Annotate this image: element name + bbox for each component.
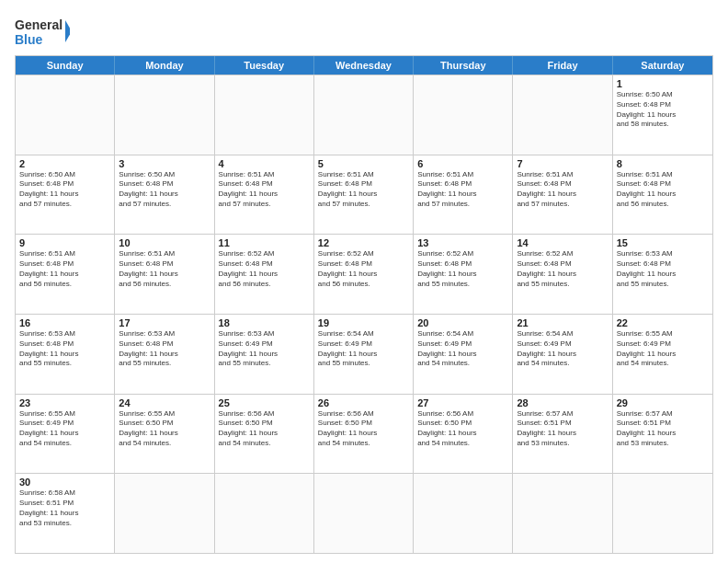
calendar-week-row: 9Sunrise: 6:51 AM Sunset: 6:48 PM Daylig… — [16, 234, 712, 314]
day-info: Sunrise: 6:54 AM Sunset: 6:49 PM Dayligh… — [417, 329, 508, 369]
day-number: 19 — [318, 317, 409, 328]
calendar-cell: 25Sunrise: 6:56 AM Sunset: 6:50 PM Dayli… — [215, 395, 314, 474]
calendar-cell: 6Sunrise: 6:51 AM Sunset: 6:48 PM Daylig… — [414, 155, 513, 235]
calendar-cell: 2Sunrise: 6:50 AM Sunset: 6:48 PM Daylig… — [16, 155, 115, 235]
day-info: Sunrise: 6:55 AM Sunset: 6:49 PM Dayligh… — [19, 409, 110, 449]
calendar-cell: 1Sunrise: 6:50 AM Sunset: 6:48 PM Daylig… — [613, 75, 712, 155]
day-info: Sunrise: 6:51 AM Sunset: 6:48 PM Dayligh… — [617, 170, 709, 210]
calendar-cell — [613, 474, 712, 553]
day-info: Sunrise: 6:57 AM Sunset: 6:51 PM Dayligh… — [517, 409, 608, 449]
day-number: 24 — [119, 397, 210, 408]
calendar-cell — [115, 75, 214, 155]
day-number: 18 — [219, 317, 310, 328]
logo-svg: General Blue — [15, 15, 70, 48]
svg-text:Blue: Blue — [15, 32, 43, 47]
day-info: Sunrise: 6:51 AM Sunset: 6:48 PM Dayligh… — [318, 170, 409, 210]
day-info: Sunrise: 6:51 AM Sunset: 6:48 PM Dayligh… — [517, 170, 608, 210]
calendar-cell: 24Sunrise: 6:55 AM Sunset: 6:50 PM Dayli… — [115, 395, 214, 474]
calendar-cell: 14Sunrise: 6:52 AM Sunset: 6:48 PM Dayli… — [513, 235, 612, 314]
day-info: Sunrise: 6:54 AM Sunset: 6:49 PM Dayligh… — [517, 329, 608, 369]
calendar-cell: 7Sunrise: 6:51 AM Sunset: 6:48 PM Daylig… — [513, 155, 612, 235]
calendar-body: 1Sunrise: 6:50 AM Sunset: 6:48 PM Daylig… — [16, 75, 712, 553]
logo: General Blue — [15, 15, 70, 48]
header: General Blue — [15, 15, 713, 48]
calendar-cell — [16, 75, 115, 155]
day-info: Sunrise: 6:53 AM Sunset: 6:48 PM Dayligh… — [617, 249, 709, 289]
day-number: 27 — [417, 397, 508, 408]
day-number: 8 — [617, 158, 709, 169]
day-info: Sunrise: 6:52 AM Sunset: 6:48 PM Dayligh… — [517, 249, 608, 289]
day-number: 10 — [119, 237, 210, 248]
calendar-cell: 8Sunrise: 6:51 AM Sunset: 6:48 PM Daylig… — [613, 155, 712, 235]
day-info: Sunrise: 6:53 AM Sunset: 6:49 PM Dayligh… — [219, 329, 310, 369]
weekday-header: Saturday — [613, 56, 712, 75]
day-number: 12 — [318, 237, 409, 248]
calendar-cell — [513, 474, 612, 553]
calendar-week-row: 2Sunrise: 6:50 AM Sunset: 6:48 PM Daylig… — [16, 155, 712, 235]
calendar-cell: 30Sunrise: 6:58 AM Sunset: 6:51 PM Dayli… — [16, 474, 115, 553]
day-number: 22 — [617, 317, 709, 328]
svg-marker-2 — [65, 20, 70, 42]
calendar-cell: 23Sunrise: 6:55 AM Sunset: 6:49 PM Dayli… — [16, 395, 115, 474]
calendar-cell: 27Sunrise: 6:56 AM Sunset: 6:50 PM Dayli… — [414, 395, 513, 474]
calendar-cell: 11Sunrise: 6:52 AM Sunset: 6:48 PM Dayli… — [215, 235, 314, 314]
calendar-cell: 5Sunrise: 6:51 AM Sunset: 6:48 PM Daylig… — [314, 155, 414, 235]
calendar-cell: 19Sunrise: 6:54 AM Sunset: 6:49 PM Dayli… — [314, 315, 414, 394]
day-info: Sunrise: 6:53 AM Sunset: 6:48 PM Dayligh… — [119, 329, 210, 369]
calendar-cell: 15Sunrise: 6:53 AM Sunset: 6:48 PM Dayli… — [613, 235, 712, 314]
day-info: Sunrise: 6:56 AM Sunset: 6:50 PM Dayligh… — [417, 409, 508, 449]
calendar-cell: 18Sunrise: 6:53 AM Sunset: 6:49 PM Dayli… — [215, 315, 314, 394]
calendar-cell: 22Sunrise: 6:55 AM Sunset: 6:49 PM Dayli… — [613, 315, 712, 394]
calendar-cell: 17Sunrise: 6:53 AM Sunset: 6:48 PM Dayli… — [115, 315, 214, 394]
day-number: 5 — [318, 158, 409, 169]
day-info: Sunrise: 6:54 AM Sunset: 6:49 PM Dayligh… — [318, 329, 409, 369]
calendar-cell: 4Sunrise: 6:51 AM Sunset: 6:48 PM Daylig… — [215, 155, 314, 235]
weekday-header: Wednesday — [314, 56, 414, 75]
calendar-cell: 10Sunrise: 6:51 AM Sunset: 6:48 PM Dayli… — [115, 235, 214, 314]
day-info: Sunrise: 6:52 AM Sunset: 6:48 PM Dayligh… — [318, 249, 409, 289]
weekday-header: Thursday — [414, 56, 513, 75]
calendar-cell — [414, 474, 513, 553]
calendar: SundayMondayTuesdayWednesdayThursdayFrid… — [15, 55, 713, 554]
calendar-cell — [513, 75, 612, 155]
calendar-header: SundayMondayTuesdayWednesdayThursdayFrid… — [16, 56, 712, 75]
day-number: 7 — [517, 158, 608, 169]
day-info: Sunrise: 6:51 AM Sunset: 6:48 PM Dayligh… — [417, 170, 508, 210]
day-number: 1 — [617, 78, 709, 89]
calendar-cell: 16Sunrise: 6:53 AM Sunset: 6:48 PM Dayli… — [16, 315, 115, 394]
day-info: Sunrise: 6:50 AM Sunset: 6:48 PM Dayligh… — [617, 90, 709, 130]
day-number: 6 — [417, 158, 508, 169]
day-info: Sunrise: 6:55 AM Sunset: 6:49 PM Dayligh… — [617, 329, 709, 369]
day-info: Sunrise: 6:55 AM Sunset: 6:50 PM Dayligh… — [119, 409, 210, 449]
weekday-header: Sunday — [16, 56, 115, 75]
day-number: 29 — [617, 397, 709, 408]
day-number: 15 — [617, 237, 709, 248]
svg-text:General: General — [15, 17, 63, 32]
day-number: 26 — [318, 397, 409, 408]
day-info: Sunrise: 6:56 AM Sunset: 6:50 PM Dayligh… — [219, 409, 310, 449]
day-number: 23 — [19, 397, 110, 408]
calendar-cell: 12Sunrise: 6:52 AM Sunset: 6:48 PM Dayli… — [314, 235, 414, 314]
day-info: Sunrise: 6:53 AM Sunset: 6:48 PM Dayligh… — [19, 329, 110, 369]
day-number: 20 — [417, 317, 508, 328]
calendar-cell: 13Sunrise: 6:52 AM Sunset: 6:48 PM Dayli… — [414, 235, 513, 314]
weekday-header: Friday — [513, 56, 612, 75]
calendar-cell: 3Sunrise: 6:50 AM Sunset: 6:48 PM Daylig… — [115, 155, 214, 235]
calendar-cell: 29Sunrise: 6:57 AM Sunset: 6:51 PM Dayli… — [613, 395, 712, 474]
day-number: 4 — [219, 158, 310, 169]
day-number: 21 — [517, 317, 608, 328]
day-info: Sunrise: 6:50 AM Sunset: 6:48 PM Dayligh… — [119, 170, 210, 210]
day-info: Sunrise: 6:58 AM Sunset: 6:51 PM Dayligh… — [19, 488, 110, 528]
day-number: 2 — [19, 158, 110, 169]
calendar-week-row: 30Sunrise: 6:58 AM Sunset: 6:51 PM Dayli… — [16, 473, 712, 553]
calendar-week-row: 1Sunrise: 6:50 AM Sunset: 6:48 PM Daylig… — [16, 75, 712, 155]
day-number: 9 — [19, 237, 110, 248]
calendar-cell: 20Sunrise: 6:54 AM Sunset: 6:49 PM Dayli… — [414, 315, 513, 394]
weekday-header: Monday — [115, 56, 214, 75]
calendar-cell — [215, 474, 314, 553]
page: General Blue SundayMondayTuesdayWednesda… — [0, 0, 728, 563]
day-number: 25 — [219, 397, 310, 408]
calendar-week-row: 16Sunrise: 6:53 AM Sunset: 6:48 PM Dayli… — [16, 314, 712, 394]
day-info: Sunrise: 6:51 AM Sunset: 6:48 PM Dayligh… — [219, 170, 310, 210]
calendar-cell: 26Sunrise: 6:56 AM Sunset: 6:50 PM Dayli… — [314, 395, 414, 474]
